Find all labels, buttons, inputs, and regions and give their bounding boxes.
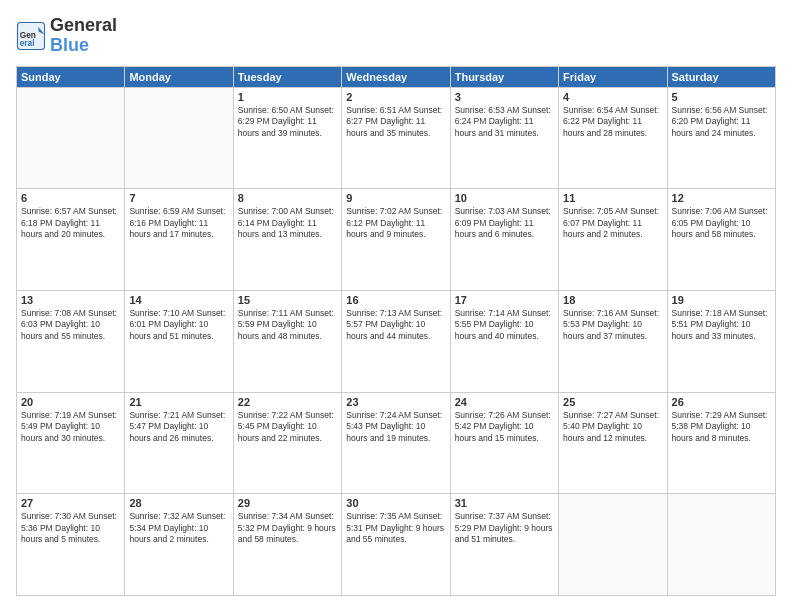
calendar-cell: 26Sunrise: 7:29 AM Sunset: 5:38 PM Dayli…: [667, 392, 775, 494]
day-info: Sunrise: 7:35 AM Sunset: 5:31 PM Dayligh…: [346, 511, 445, 545]
calendar-cell: 13Sunrise: 7:08 AM Sunset: 6:03 PM Dayli…: [17, 290, 125, 392]
logo-name: General Blue: [50, 16, 117, 56]
calendar-cell: 12Sunrise: 7:06 AM Sunset: 6:05 PM Dayli…: [667, 189, 775, 291]
day-number: 18: [563, 294, 662, 306]
day-info: Sunrise: 7:08 AM Sunset: 6:03 PM Dayligh…: [21, 308, 120, 342]
day-info: Sunrise: 6:57 AM Sunset: 6:18 PM Dayligh…: [21, 206, 120, 240]
day-number: 26: [672, 396, 771, 408]
weekday-header-saturday: Saturday: [667, 66, 775, 87]
day-info: Sunrise: 6:59 AM Sunset: 6:16 PM Dayligh…: [129, 206, 228, 240]
calendar-cell: 19Sunrise: 7:18 AM Sunset: 5:51 PM Dayli…: [667, 290, 775, 392]
day-number: 28: [129, 497, 228, 509]
day-info: Sunrise: 7:02 AM Sunset: 6:12 PM Dayligh…: [346, 206, 445, 240]
calendar-cell: [17, 87, 125, 189]
calendar-cell: 3Sunrise: 6:53 AM Sunset: 6:24 PM Daylig…: [450, 87, 558, 189]
day-number: 20: [21, 396, 120, 408]
calendar-cell: 14Sunrise: 7:10 AM Sunset: 6:01 PM Dayli…: [125, 290, 233, 392]
day-number: 11: [563, 192, 662, 204]
day-number: 10: [455, 192, 554, 204]
calendar-cell: 11Sunrise: 7:05 AM Sunset: 6:07 PM Dayli…: [559, 189, 667, 291]
day-info: Sunrise: 6:50 AM Sunset: 6:29 PM Dayligh…: [238, 105, 337, 139]
day-number: 7: [129, 192, 228, 204]
day-info: Sunrise: 7:16 AM Sunset: 5:53 PM Dayligh…: [563, 308, 662, 342]
calendar-cell: 18Sunrise: 7:16 AM Sunset: 5:53 PM Dayli…: [559, 290, 667, 392]
calendar-cell: [559, 494, 667, 596]
day-number: 19: [672, 294, 771, 306]
day-number: 30: [346, 497, 445, 509]
logo: Gen eral General Blue: [16, 16, 117, 56]
day-info: Sunrise: 7:06 AM Sunset: 6:05 PM Dayligh…: [672, 206, 771, 240]
day-number: 22: [238, 396, 337, 408]
calendar-cell: 5Sunrise: 6:56 AM Sunset: 6:20 PM Daylig…: [667, 87, 775, 189]
day-info: Sunrise: 6:56 AM Sunset: 6:20 PM Dayligh…: [672, 105, 771, 139]
calendar-cell: 7Sunrise: 6:59 AM Sunset: 6:16 PM Daylig…: [125, 189, 233, 291]
calendar-cell: 10Sunrise: 7:03 AM Sunset: 6:09 PM Dayli…: [450, 189, 558, 291]
calendar-cell: 15Sunrise: 7:11 AM Sunset: 5:59 PM Dayli…: [233, 290, 341, 392]
calendar-cell: 24Sunrise: 7:26 AM Sunset: 5:42 PM Dayli…: [450, 392, 558, 494]
calendar-table: SundayMondayTuesdayWednesdayThursdayFrid…: [16, 66, 776, 596]
day-info: Sunrise: 7:22 AM Sunset: 5:45 PM Dayligh…: [238, 410, 337, 444]
calendar-cell: 17Sunrise: 7:14 AM Sunset: 5:55 PM Dayli…: [450, 290, 558, 392]
day-info: Sunrise: 7:37 AM Sunset: 5:29 PM Dayligh…: [455, 511, 554, 545]
calendar-cell: 28Sunrise: 7:32 AM Sunset: 5:34 PM Dayli…: [125, 494, 233, 596]
day-info: Sunrise: 7:26 AM Sunset: 5:42 PM Dayligh…: [455, 410, 554, 444]
calendar-cell: 31Sunrise: 7:37 AM Sunset: 5:29 PM Dayli…: [450, 494, 558, 596]
weekday-header-row: SundayMondayTuesdayWednesdayThursdayFrid…: [17, 66, 776, 87]
day-number: 5: [672, 91, 771, 103]
day-info: Sunrise: 7:11 AM Sunset: 5:59 PM Dayligh…: [238, 308, 337, 342]
day-info: Sunrise: 6:53 AM Sunset: 6:24 PM Dayligh…: [455, 105, 554, 139]
weekday-header-thursday: Thursday: [450, 66, 558, 87]
day-number: 15: [238, 294, 337, 306]
day-info: Sunrise: 7:14 AM Sunset: 5:55 PM Dayligh…: [455, 308, 554, 342]
calendar-cell: 2Sunrise: 6:51 AM Sunset: 6:27 PM Daylig…: [342, 87, 450, 189]
day-number: 31: [455, 497, 554, 509]
logo-icon: Gen eral: [16, 21, 46, 51]
week-row-1: 6Sunrise: 6:57 AM Sunset: 6:18 PM Daylig…: [17, 189, 776, 291]
day-number: 27: [21, 497, 120, 509]
weekday-header-monday: Monday: [125, 66, 233, 87]
day-info: Sunrise: 7:30 AM Sunset: 5:36 PM Dayligh…: [21, 511, 120, 545]
day-number: 12: [672, 192, 771, 204]
day-info: Sunrise: 7:29 AM Sunset: 5:38 PM Dayligh…: [672, 410, 771, 444]
calendar-cell: 20Sunrise: 7:19 AM Sunset: 5:49 PM Dayli…: [17, 392, 125, 494]
calendar-cell: [667, 494, 775, 596]
calendar-cell: 23Sunrise: 7:24 AM Sunset: 5:43 PM Dayli…: [342, 392, 450, 494]
day-info: Sunrise: 7:24 AM Sunset: 5:43 PM Dayligh…: [346, 410, 445, 444]
day-number: 25: [563, 396, 662, 408]
weekday-header-tuesday: Tuesday: [233, 66, 341, 87]
weekday-header-friday: Friday: [559, 66, 667, 87]
calendar-cell: 9Sunrise: 7:02 AM Sunset: 6:12 PM Daylig…: [342, 189, 450, 291]
week-row-0: 1Sunrise: 6:50 AM Sunset: 6:29 PM Daylig…: [17, 87, 776, 189]
svg-text:eral: eral: [20, 39, 35, 48]
day-number: 24: [455, 396, 554, 408]
day-number: 23: [346, 396, 445, 408]
day-info: Sunrise: 7:19 AM Sunset: 5:49 PM Dayligh…: [21, 410, 120, 444]
day-info: Sunrise: 7:27 AM Sunset: 5:40 PM Dayligh…: [563, 410, 662, 444]
day-number: 6: [21, 192, 120, 204]
day-number: 1: [238, 91, 337, 103]
day-number: 13: [21, 294, 120, 306]
calendar-cell: 25Sunrise: 7:27 AM Sunset: 5:40 PM Dayli…: [559, 392, 667, 494]
day-info: Sunrise: 7:10 AM Sunset: 6:01 PM Dayligh…: [129, 308, 228, 342]
day-number: 9: [346, 192, 445, 204]
day-info: Sunrise: 7:34 AM Sunset: 5:32 PM Dayligh…: [238, 511, 337, 545]
day-info: Sunrise: 6:54 AM Sunset: 6:22 PM Dayligh…: [563, 105, 662, 139]
calendar-cell: 16Sunrise: 7:13 AM Sunset: 5:57 PM Dayli…: [342, 290, 450, 392]
calendar-cell: [125, 87, 233, 189]
page: Gen eral General Blue SundayMondayTuesda…: [0, 0, 792, 612]
day-info: Sunrise: 6:51 AM Sunset: 6:27 PM Dayligh…: [346, 105, 445, 139]
day-number: 14: [129, 294, 228, 306]
calendar-cell: 29Sunrise: 7:34 AM Sunset: 5:32 PM Dayli…: [233, 494, 341, 596]
day-number: 2: [346, 91, 445, 103]
day-number: 8: [238, 192, 337, 204]
day-info: Sunrise: 7:32 AM Sunset: 5:34 PM Dayligh…: [129, 511, 228, 545]
day-number: 3: [455, 91, 554, 103]
calendar-cell: 1Sunrise: 6:50 AM Sunset: 6:29 PM Daylig…: [233, 87, 341, 189]
day-info: Sunrise: 7:03 AM Sunset: 6:09 PM Dayligh…: [455, 206, 554, 240]
day-number: 21: [129, 396, 228, 408]
week-row-2: 13Sunrise: 7:08 AM Sunset: 6:03 PM Dayli…: [17, 290, 776, 392]
week-row-3: 20Sunrise: 7:19 AM Sunset: 5:49 PM Dayli…: [17, 392, 776, 494]
week-row-4: 27Sunrise: 7:30 AM Sunset: 5:36 PM Dayli…: [17, 494, 776, 596]
calendar-cell: 22Sunrise: 7:22 AM Sunset: 5:45 PM Dayli…: [233, 392, 341, 494]
day-number: 29: [238, 497, 337, 509]
